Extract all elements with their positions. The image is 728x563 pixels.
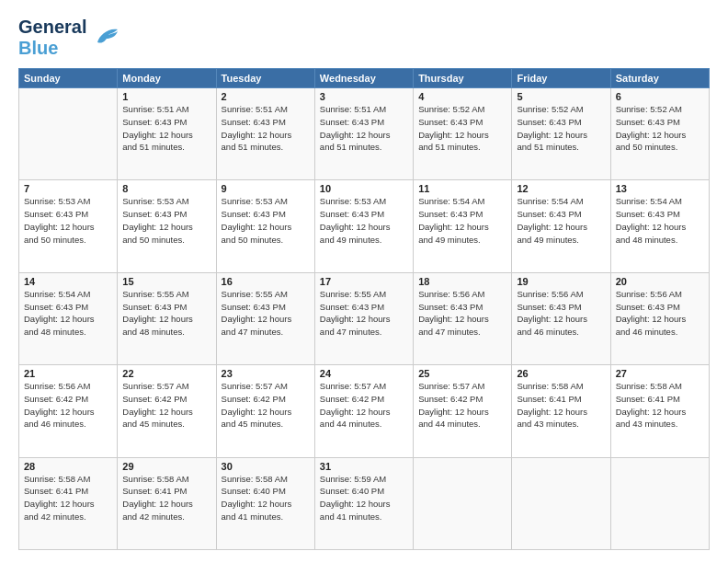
week-row-1: 7Sunrise: 5:53 AM Sunset: 6:43 PM Daylig… (19, 180, 710, 272)
calendar-cell: 23Sunrise: 5:57 AM Sunset: 6:42 PM Dayli… (216, 365, 314, 457)
day-info: Sunrise: 5:53 AM Sunset: 6:43 PM Dayligh… (320, 195, 408, 246)
day-info: Sunrise: 5:58 AM Sunset: 6:41 PM Dayligh… (24, 473, 112, 523)
day-number: 3 (320, 91, 408, 102)
calendar-cell: 7Sunrise: 5:53 AM Sunset: 6:43 PM Daylig… (19, 180, 118, 272)
calendar-cell: 2Sunrise: 5:51 AM Sunset: 6:43 PM Daylig… (216, 88, 314, 180)
day-info: Sunrise: 5:54 AM Sunset: 6:43 PM Dayligh… (418, 195, 506, 246)
day-info: Sunrise: 5:51 AM Sunset: 6:43 PM Dayligh… (320, 103, 408, 154)
calendar-cell (512, 457, 610, 549)
day-number: 19 (517, 276, 605, 287)
logo-text: General Blue (18, 17, 86, 59)
day-info: Sunrise: 5:56 AM Sunset: 6:42 PM Dayligh… (24, 380, 112, 431)
page-header: General Blue (18, 17, 710, 59)
logo-bird-icon (90, 26, 119, 50)
day-info: Sunrise: 5:55 AM Sunset: 6:43 PM Dayligh… (122, 288, 210, 339)
day-info: Sunrise: 5:54 AM Sunset: 6:43 PM Dayligh… (24, 288, 112, 339)
calendar-cell: 1Sunrise: 5:51 AM Sunset: 6:43 PM Daylig… (118, 88, 216, 180)
day-info: Sunrise: 5:59 AM Sunset: 6:40 PM Dayligh… (320, 473, 408, 523)
day-number: 10 (320, 183, 408, 194)
weekday-header-sunday: Sunday (19, 69, 118, 88)
day-number: 17 (320, 276, 408, 287)
day-info: Sunrise: 5:57 AM Sunset: 6:42 PM Dayligh… (122, 380, 210, 431)
day-number: 29 (122, 461, 210, 472)
day-info: Sunrise: 5:57 AM Sunset: 6:42 PM Dayligh… (222, 380, 310, 431)
calendar-cell (414, 457, 512, 549)
day-info: Sunrise: 5:52 AM Sunset: 6:43 PM Dayligh… (418, 103, 506, 154)
day-number: 2 (222, 91, 310, 102)
day-info: Sunrise: 5:56 AM Sunset: 6:43 PM Dayligh… (517, 288, 605, 339)
week-row-4: 28Sunrise: 5:58 AM Sunset: 6:41 PM Dayli… (19, 457, 710, 549)
day-info: Sunrise: 5:53 AM Sunset: 6:43 PM Dayligh… (122, 195, 210, 246)
day-info: Sunrise: 5:56 AM Sunset: 6:43 PM Dayligh… (616, 288, 704, 339)
calendar-cell: 28Sunrise: 5:58 AM Sunset: 6:41 PM Dayli… (19, 457, 118, 549)
calendar-page: General Blue SundayMondayTuesdayWednesda… (0, 0, 728, 563)
day-number: 14 (24, 276, 112, 287)
calendar-cell: 11Sunrise: 5:54 AM Sunset: 6:43 PM Dayli… (414, 180, 512, 272)
weekday-header-wednesday: Wednesday (314, 69, 413, 88)
day-info: Sunrise: 5:55 AM Sunset: 6:43 PM Dayligh… (222, 288, 310, 339)
day-info: Sunrise: 5:54 AM Sunset: 6:43 PM Dayligh… (616, 195, 704, 246)
weekday-header-row: SundayMondayTuesdayWednesdayThursdayFrid… (19, 69, 710, 88)
day-info: Sunrise: 5:57 AM Sunset: 6:42 PM Dayligh… (418, 380, 506, 431)
calendar-cell: 12Sunrise: 5:54 AM Sunset: 6:43 PM Dayli… (512, 180, 610, 272)
day-info: Sunrise: 5:56 AM Sunset: 6:43 PM Dayligh… (418, 288, 506, 339)
calendar-cell: 3Sunrise: 5:51 AM Sunset: 6:43 PM Daylig… (314, 88, 413, 180)
calendar-cell: 18Sunrise: 5:56 AM Sunset: 6:43 PM Dayli… (414, 272, 512, 364)
day-info: Sunrise: 5:51 AM Sunset: 6:43 PM Dayligh… (222, 103, 310, 154)
day-number: 16 (222, 276, 310, 287)
calendar-cell: 22Sunrise: 5:57 AM Sunset: 6:42 PM Dayli… (118, 365, 216, 457)
day-number: 31 (320, 461, 408, 472)
day-number: 23 (222, 368, 310, 379)
day-info: Sunrise: 5:58 AM Sunset: 6:41 PM Dayligh… (122, 473, 210, 523)
day-number: 30 (222, 461, 310, 472)
day-number: 5 (517, 91, 605, 102)
day-number: 13 (616, 183, 704, 194)
calendar-cell: 6Sunrise: 5:52 AM Sunset: 6:43 PM Daylig… (610, 88, 709, 180)
week-row-3: 21Sunrise: 5:56 AM Sunset: 6:42 PM Dayli… (19, 365, 710, 457)
logo-general: General (18, 17, 86, 37)
day-number: 28 (24, 461, 112, 472)
calendar-cell: 9Sunrise: 5:53 AM Sunset: 6:43 PM Daylig… (216, 180, 314, 272)
calendar-cell: 15Sunrise: 5:55 AM Sunset: 6:43 PM Dayli… (118, 272, 216, 364)
day-number: 21 (24, 368, 112, 379)
calendar-cell: 16Sunrise: 5:55 AM Sunset: 6:43 PM Dayli… (216, 272, 314, 364)
day-info: Sunrise: 5:53 AM Sunset: 6:43 PM Dayligh… (24, 195, 112, 246)
calendar-cell: 14Sunrise: 5:54 AM Sunset: 6:43 PM Dayli… (19, 272, 118, 364)
calendar-cell: 30Sunrise: 5:58 AM Sunset: 6:40 PM Dayli… (216, 457, 314, 549)
day-info: Sunrise: 5:52 AM Sunset: 6:43 PM Dayligh… (517, 103, 605, 154)
day-info: Sunrise: 5:51 AM Sunset: 6:43 PM Dayligh… (122, 103, 210, 154)
day-number: 20 (616, 276, 704, 287)
weekday-header-friday: Friday (512, 69, 610, 88)
calendar-cell: 29Sunrise: 5:58 AM Sunset: 6:41 PM Dayli… (118, 457, 216, 549)
day-number: 11 (418, 183, 506, 194)
day-info: Sunrise: 5:58 AM Sunset: 6:41 PM Dayligh… (517, 380, 605, 431)
day-number: 1 (122, 91, 210, 102)
calendar-cell: 21Sunrise: 5:56 AM Sunset: 6:42 PM Dayli… (19, 365, 118, 457)
day-info: Sunrise: 5:58 AM Sunset: 6:41 PM Dayligh… (616, 380, 704, 431)
calendar-cell: 13Sunrise: 5:54 AM Sunset: 6:43 PM Dayli… (610, 180, 709, 272)
day-number: 8 (122, 183, 210, 194)
day-number: 18 (418, 276, 506, 287)
logo: General Blue (18, 17, 119, 59)
day-number: 26 (517, 368, 605, 379)
weekday-header-monday: Monday (118, 69, 216, 88)
day-number: 24 (320, 368, 408, 379)
calendar-cell: 31Sunrise: 5:59 AM Sunset: 6:40 PM Dayli… (314, 457, 413, 549)
day-number: 12 (517, 183, 605, 194)
weekday-header-saturday: Saturday (610, 69, 709, 88)
calendar-cell: 27Sunrise: 5:58 AM Sunset: 6:41 PM Dayli… (610, 365, 709, 457)
day-number: 15 (122, 276, 210, 287)
day-info: Sunrise: 5:52 AM Sunset: 6:43 PM Dayligh… (616, 103, 704, 154)
day-number: 25 (418, 368, 506, 379)
calendar-cell (610, 457, 709, 549)
day-info: Sunrise: 5:57 AM Sunset: 6:42 PM Dayligh… (320, 380, 408, 431)
calendar-cell: 24Sunrise: 5:57 AM Sunset: 6:42 PM Dayli… (314, 365, 413, 457)
weekday-header-tuesday: Tuesday (216, 69, 314, 88)
logo-blue: Blue (18, 38, 58, 58)
calendar-cell: 25Sunrise: 5:57 AM Sunset: 6:42 PM Dayli… (414, 365, 512, 457)
day-number: 9 (222, 183, 310, 194)
calendar-table: SundayMondayTuesdayWednesdayThursdayFrid… (18, 68, 710, 550)
week-row-0: 1Sunrise: 5:51 AM Sunset: 6:43 PM Daylig… (19, 88, 710, 180)
calendar-cell: 4Sunrise: 5:52 AM Sunset: 6:43 PM Daylig… (414, 88, 512, 180)
day-number: 27 (616, 368, 704, 379)
